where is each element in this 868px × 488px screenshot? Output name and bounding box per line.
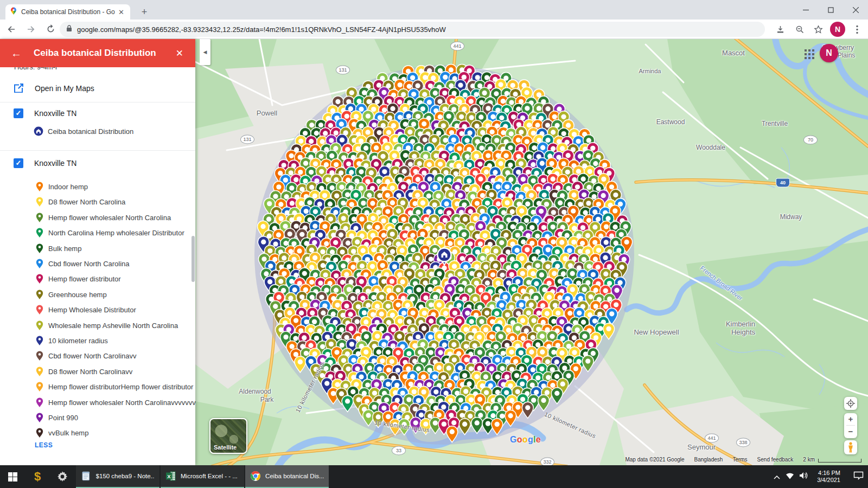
- notepad-icon: [81, 471, 92, 481]
- taskbar-app-excel[interactable]: XMicrosoft Excel - - ...: [161, 465, 244, 488]
- google-apps-grid-icon[interactable]: [804, 49, 815, 60]
- layer-item[interactable]: 10 kilometer radius: [0, 335, 195, 347]
- layer-item[interactable]: Bulk hemp: [0, 243, 195, 255]
- layer-item[interactable]: Wholesale hemp Asheville North Carolina: [0, 320, 195, 332]
- pin-icon: [36, 351, 43, 361]
- taskbar-app-chrome[interactable]: Ceiba botanical Dis...: [245, 465, 329, 488]
- clock[interactable]: 4:16 PM 3/4/2021: [817, 470, 840, 484]
- layer-item[interactable]: Hemp flower distributorHemp flower distr…: [0, 381, 195, 393]
- pin-icon: [36, 367, 43, 377]
- taskbar-app-notepad[interactable]: $150 cheba9 - Note...: [76, 465, 159, 488]
- layer-item-label: Hemp flower distributorHemp flower distr…: [48, 383, 193, 391]
- sidebar-close-icon[interactable]: ✕: [176, 48, 183, 59]
- map-markers[interactable]: [195, 39, 868, 465]
- layer-item-label: Hemp flower wholesaler North Carolina: [48, 214, 171, 222]
- layer-item-label: North Carolina Hemp wholesaler Distribut…: [48, 229, 184, 237]
- dollar-icon: $: [34, 470, 41, 484]
- layer-item[interactable]: D8 flower North Carolina: [0, 196, 195, 208]
- feedback-link[interactable]: Send feedback: [757, 457, 794, 463]
- back-arrow-icon[interactable]: ←: [11, 47, 22, 60]
- layer-item[interactable]: Cbd flower North Carolina: [0, 258, 195, 270]
- layer-item[interactable]: Hemp flower wholesaler North Carolinavvv…: [0, 397, 195, 409]
- network-icon[interactable]: [786, 472, 794, 481]
- volume-icon[interactable]: [800, 472, 808, 481]
- map-canvas[interactable]: PowellMascotArmindaEastwoodTrentvilleWoo…: [195, 39, 868, 465]
- layer-item-label: Hemp flower wholesaler North Carolinavvv…: [48, 399, 196, 407]
- new-tab-button[interactable]: +: [138, 5, 151, 18]
- settings-button[interactable]: [50, 465, 75, 488]
- chevron-left-icon: ◀: [203, 49, 207, 55]
- notification-icon[interactable]: [853, 471, 864, 482]
- taskbar: $ $150 cheba9 - Note...XMicrosoft Excel …: [0, 465, 868, 488]
- layer-item[interactable]: D8 flower North Carolinavv: [0, 366, 195, 378]
- zoom-out-button[interactable]: −: [844, 426, 857, 438]
- divider: [0, 150, 195, 151]
- layer-checkbox[interactable]: ✓: [14, 158, 23, 168]
- open-in-my-maps[interactable]: Open in My Maps: [0, 80, 195, 98]
- layer-item[interactable]: vvBulk hemp: [0, 427, 195, 439]
- sidebar-scrollbar[interactable]: [192, 236, 195, 282]
- minimize-button[interactable]: [793, 0, 818, 20]
- tab-close-icon[interactable]: ✕: [117, 8, 126, 16]
- satellite-toggle[interactable]: Satellite: [209, 418, 247, 454]
- layer-item[interactable]: Hemp Wholesale Distributor: [0, 304, 195, 316]
- my-location-icon: [846, 399, 855, 408]
- window-controls: [793, 0, 868, 20]
- reload-icon[interactable]: [42, 21, 59, 37]
- layer-item[interactable]: Indoor hemp: [0, 181, 195, 193]
- start-button[interactable]: [0, 465, 25, 488]
- sidebar-collapse-tab[interactable]: ◀: [200, 39, 210, 65]
- close-button[interactable]: [843, 0, 868, 20]
- layer-item-label: D8 flower North Carolina: [48, 198, 125, 206]
- taskbar-apps: $150 cheba9 - Note...XMicrosoft Excel - …: [75, 465, 329, 488]
- home-icon: [34, 126, 43, 138]
- my-location-button[interactable]: [844, 397, 857, 410]
- layer-checkbox[interactable]: ✓: [14, 108, 23, 118]
- pin-icon: [36, 290, 43, 300]
- tray-chevron-icon[interactable]: [774, 472, 780, 481]
- back-icon[interactable]: [3, 21, 20, 37]
- layer-item-label: Greenhouse hemp: [48, 291, 107, 299]
- tab-strip: Ceiba botanical Distribution - Go ✕ +: [0, 0, 868, 20]
- zoom-in-button[interactable]: +: [844, 413, 857, 425]
- less-link[interactable]: LESS: [35, 441, 53, 449]
- excel-icon: X: [165, 471, 176, 481]
- maximize-button[interactable]: [818, 0, 843, 20]
- sidebar-title: Ceiba botanical Distribution: [34, 48, 176, 59]
- taskbar-app-label: Microsoft Excel - - ...: [181, 473, 238, 479]
- address-bar[interactable]: google.com/maps/@35.9665282,-83.9323432,…: [60, 22, 765, 37]
- layer-group-2: ✓ Knoxville TN: [0, 158, 195, 171]
- pin-icon: [36, 382, 43, 392]
- download-icon[interactable]: [773, 21, 788, 37]
- menu-dots-icon[interactable]: [850, 21, 865, 37]
- layer-item[interactable]: Cbd flower North Carolinavv: [0, 350, 195, 362]
- forward-icon[interactable]: [23, 21, 39, 37]
- home-layer-item[interactable]: Ceiba botanical Distribution: [0, 126, 195, 138]
- svg-text:X: X: [167, 473, 171, 479]
- hours-clipped-text: Hours: 9-4m-F: [14, 67, 123, 72]
- scale-bar: [818, 459, 861, 463]
- terms-link[interactable]: Terms: [732, 457, 747, 463]
- lock-icon: [66, 24, 72, 34]
- scale-control: 2 km: [803, 457, 861, 463]
- layer-item-label: Point 990: [48, 414, 78, 422]
- pegman-icon: [847, 442, 854, 453]
- layer-item[interactable]: Point 990: [0, 412, 195, 424]
- browser-tab[interactable]: Ceiba botanical Distribution - Go ✕: [5, 4, 130, 20]
- pin-icon: [36, 397, 43, 408]
- dollar-app-button[interactable]: $: [25, 465, 50, 488]
- layer-item[interactable]: Hemp flower distributor: [0, 273, 195, 285]
- pin-icon: [36, 336, 43, 346]
- zoom-page-icon[interactable]: [792, 21, 807, 37]
- account-avatar[interactable]: N: [820, 44, 838, 62]
- layer-item[interactable]: North Carolina Hemp wholesaler Distribut…: [0, 227, 195, 239]
- bookmark-star-icon[interactable]: [810, 21, 826, 37]
- browser-toolbar: google.com/maps/@35.9665282,-83.9323432,…: [0, 20, 868, 39]
- layer-item[interactable]: Greenhouse hemp: [0, 289, 195, 301]
- layer-item[interactable]: Hemp flower wholesaler North Carolina: [0, 212, 195, 224]
- pegman-button[interactable]: [844, 440, 857, 454]
- browser-avatar[interactable]: N: [830, 22, 845, 37]
- screen: Ceiba botanical Distribution - Go ✕ + go…: [0, 0, 868, 488]
- system-tray: 4:16 PM 3/4/2021: [774, 465, 864, 488]
- layer-item-label: Bulk hemp: [48, 245, 81, 253]
